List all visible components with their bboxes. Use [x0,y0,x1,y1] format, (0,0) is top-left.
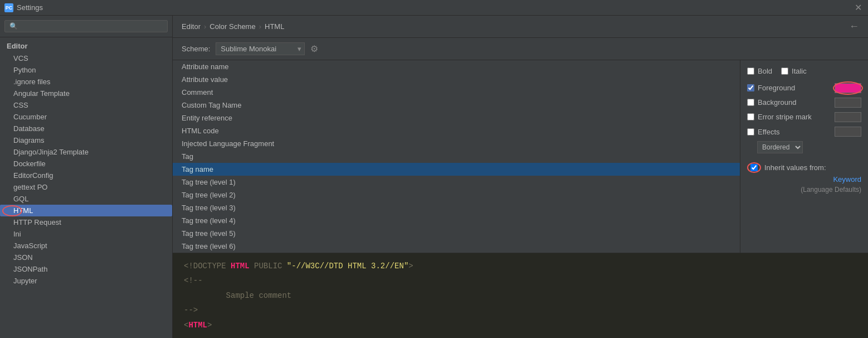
preview-comment-text: Sample comment [184,291,291,300]
app-icon: PC [4,3,13,12]
inherit-label: Inherit values from: [764,163,826,172]
foreground-label: Foreground [758,84,795,92]
inherit-link[interactable]: Keyword [747,175,861,184]
content-area: Editor › Color Scheme › HTML ← Scheme: S… [173,16,868,338]
effects-color-swatch[interactable] [835,127,861,137]
effects-label: Effects [758,128,780,136]
sidebar-item-http[interactable]: HTTP Request [0,216,172,228]
error-stripe-color-swatch[interactable] [835,112,861,122]
sidebar-item-vcs[interactable]: VCS [0,52,172,64]
token-tag-tree-4[interactable]: Tag tree (level 4) [173,214,740,227]
error-stripe-checkbox[interactable] [747,113,754,120]
italic-checkbox[interactable] [781,67,788,75]
foreground-row: Foreground [747,83,861,93]
preview-comment-open: <!-- [184,276,203,285]
preview-line-1: <!DOCTYPE HTML PUBLIC "-//W3C//DTD HTML … [184,260,857,272]
bold-label: Bold [758,67,772,75]
sidebar-item-database[interactable]: Database [0,123,172,134]
editor-label: Editor [0,37,172,52]
italic-row: Italic [781,67,807,75]
token-tag[interactable]: Tag [173,150,740,163]
code-preview: <!DOCTYPE HTML PUBLIC "-//W3C//DTD HTML … [173,253,868,338]
token-tag-tree-3[interactable]: Tag tree (level 3) [173,201,740,214]
preview-line-2: <!-- [184,274,857,287]
sidebar-item-jsonpath[interactable]: JSONPath [0,263,172,275]
scheme-row: Scheme: Sublime Monokai Default Darcula … [173,38,868,60]
italic-label: Italic [792,67,807,75]
sidebar-item-python[interactable]: Python [0,64,172,76]
sidebar-item-dockerfile[interactable]: Dockerfile [0,158,172,170]
inherit-checkbox[interactable] [750,164,758,171]
sidebar-item-ini[interactable]: Ini [0,228,172,240]
token-tag-tree-6[interactable]: Tag tree (level 6) [173,240,740,253]
token-tag-tree-1[interactable]: Tag tree (level 1) [173,176,740,189]
preview-html-keyword: HTML [231,262,250,271]
bordered-row: Bordered Underline Wave [747,141,861,153]
fg-checkbox-row: Foreground [747,84,795,92]
background-color-swatch[interactable] [835,98,861,108]
token-attr-value[interactable]: Attribute value [173,73,740,86]
sidebar-item-angular[interactable]: Angular Template [0,88,172,99]
scheme-select[interactable]: Sublime Monokai Default Darcula Monokai [216,42,305,55]
token-tag-tree-2[interactable]: Tag tree (level 2) [173,189,740,201]
title-bar-left: PC Settings [4,3,43,12]
middle-section: Attribute name Attribute value Comment C… [173,60,868,253]
background-row: Background [747,98,861,108]
sidebar-list: VCS Python .ignore files Angular Templat… [0,52,172,338]
sidebar-item-css[interactable]: CSS [0,99,172,111]
scheme-label: Scheme: [182,45,210,53]
background-label: Background [758,98,796,107]
sidebar-item-javascript[interactable]: JavaScript [0,240,172,252]
bold-checkbox[interactable] [747,67,754,75]
sidebar-item-json[interactable]: JSON [0,252,172,263]
back-button[interactable]: ← [849,21,859,32]
search-box [0,16,172,37]
token-injected[interactable]: Injected Language Fragment [173,137,740,150]
sidebar-item-jupyter[interactable]: Jupyter [0,275,172,287]
sidebar: Editor VCS Python .ignore files Angular … [0,16,173,338]
html-circle-highlight [2,205,22,216]
foreground-color-swatch[interactable] [835,83,861,93]
bold-row: Bold [747,67,772,75]
preview-tag-close: > [207,321,212,330]
search-input[interactable] [4,20,168,32]
sidebar-item-editorconfig[interactable]: EditorConfig [0,170,172,181]
error-stripe-row: Error stripe mark [747,112,861,122]
sidebar-item-ignore[interactable]: .ignore files [0,76,172,88]
sidebar-item-django[interactable]: Django/Jinja2 Template [0,146,172,158]
error-stripe-label: Error stripe mark [758,113,812,121]
preview-line-4: --> [184,304,857,316]
preview-line-5: <HTML> [184,319,857,331]
sidebar-item-gql[interactable]: GQL [0,193,172,205]
dialog: Editor VCS Python .ignore files Angular … [0,16,868,338]
window-title: Settings [17,3,43,12]
bold-italic-row: Bold Italic [747,67,861,76]
background-checkbox[interactable] [747,99,754,106]
token-comment[interactable]: Comment [173,86,740,99]
sidebar-item-gettext[interactable]: gettext PO [0,181,172,193]
breadcrumb-html: HTML [265,22,284,31]
token-tag-tree-5[interactable]: Tag tree (level 5) [173,227,740,240]
sidebar-item-html[interactable]: HTML [0,205,172,216]
token-custom-tag[interactable]: Custom Tag Name [173,99,740,112]
breadcrumb-sep-1: › [204,22,206,31]
token-tag-name[interactable]: Tag name [173,163,740,176]
token-html-code[interactable]: HTML code [173,124,740,137]
inherit-row: Inherit values from: [747,162,861,173]
sidebar-item-diagrams[interactable]: Diagrams [0,134,172,146]
preview-public: PUBLIC [250,262,287,271]
token-list: Attribute name Attribute value Comment C… [173,60,740,253]
gear-icon[interactable]: ⚙ [310,44,318,54]
effects-checkbox[interactable] [747,128,754,136]
sidebar-item-cucumber[interactable]: Cucumber [0,111,172,123]
breadcrumb: Editor › Color Scheme › HTML [182,22,284,31]
token-attr-name[interactable]: Attribute name [173,60,740,73]
content-header: Editor › Color Scheme › HTML ← [173,16,868,38]
error-stripe-checkbox-row: Error stripe mark [747,113,812,121]
preview-doctype: <!DOCTYPE [184,262,231,271]
close-button[interactable]: ✕ [852,2,864,13]
bordered-select[interactable]: Bordered Underline Wave [757,141,803,153]
title-bar: PC Settings ✕ [0,0,868,16]
token-entity-ref[interactable]: Entity reference [173,112,740,124]
foreground-checkbox[interactable] [747,84,754,91]
